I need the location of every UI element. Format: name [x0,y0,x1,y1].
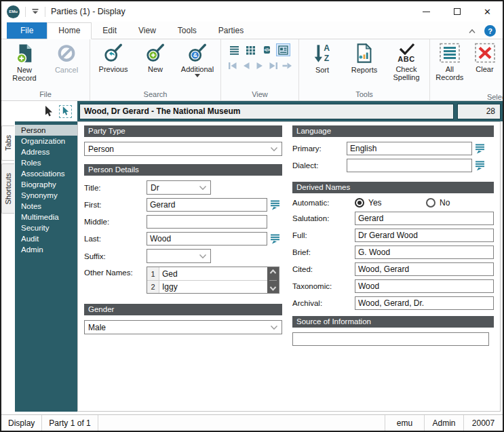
close-button[interactable]: ✕ [472,1,503,22]
party-type-dropdown[interactable]: Person [84,142,282,156]
status-user: emu [385,415,424,431]
lookup-list-icon[interactable] [271,234,281,244]
view-detail-button[interactable] [276,43,290,56]
taxonomic-name-label: Taxonomic: [292,282,355,290]
new-search-button[interactable]: New [134,41,176,73]
sidebar-item-address[interactable]: Address [15,146,77,157]
source-of-information-input[interactable] [292,332,489,346]
tab-home[interactable]: Home [47,22,92,39]
sidebar-item-biography[interactable]: Biography [15,179,77,190]
status-record-position: Party 1 of 1 [42,415,98,431]
tab-edit[interactable]: Edit [92,23,128,39]
primary-language-label: Primary: [292,144,347,153]
maximize-button[interactable] [442,1,472,22]
taxonomic-name-input[interactable] [355,279,494,293]
nav-last-button[interactable] [268,61,279,71]
tab-view[interactable]: View [128,23,167,39]
ribbon-tab-row: File Home Edit View Tools Parties ? [1,22,503,39]
group-label-tools: Tools [301,90,427,100]
minimize-button[interactable] [411,1,442,22]
check-spelling-button[interactable]: ABC Check Spelling [385,41,427,81]
last-name-input[interactable] [147,232,267,246]
record-count: 28 [457,104,501,119]
side-tab-tabs[interactable]: Tabs [1,125,14,161]
ribbon-group-view: </> [220,39,298,100]
other-names-row[interactable]: 2 Iggy [147,280,267,293]
clear-selection-button[interactable]: Clear [467,41,503,73]
nav-previous-button[interactable] [241,61,252,71]
lookup-list-icon[interactable] [476,144,486,154]
sort-button[interactable]: A Z Sort [301,41,343,74]
dialect-input[interactable] [347,159,472,172]
lookup-list-icon[interactable] [476,161,486,171]
new-search-icon [145,43,166,63]
nav-first-button[interactable] [227,61,238,71]
view-grid-button[interactable] [244,43,258,56]
sidebar-item-notes[interactable]: Notes [15,201,77,212]
side-tab-shortcuts[interactable]: Shortcuts [1,163,14,214]
ampersand-glyph: & [193,52,197,58]
archival-name-input[interactable] [355,296,494,310]
collapse-ribbon-button[interactable] [468,28,476,34]
other-names-row[interactable]: 1 Ged [147,267,267,280]
all-records-button[interactable]: All Records [432,41,467,81]
title-dropdown[interactable]: Dr [147,180,211,195]
sort-a-glyph: A [324,43,330,53]
brief-name-input[interactable] [355,246,494,259]
radio-no[interactable] [426,198,435,208]
full-name-input[interactable] [355,229,494,242]
scroll-up-icon[interactable] [269,269,277,275]
chevron-down-icon [270,146,278,152]
titlebar-divider [45,7,45,17]
sidebar-item-roles[interactable]: Roles [15,157,77,168]
middle-name-input[interactable] [147,215,267,229]
status-mode: Display [1,415,42,431]
sidebar-item-synonymy[interactable]: Synonymy [15,190,77,201]
select-region-button[interactable] [59,105,72,118]
reports-button[interactable]: Reports [343,41,385,74]
gender-header: Gender [84,304,282,315]
dialect-label: Dialect: [292,161,347,170]
row-number: 2 [147,281,159,293]
suffix-dropdown[interactable] [147,249,211,263]
automatic-yes-option[interactable]: Yes [355,198,426,208]
additional-search-button[interactable]: & Additional [176,41,218,77]
sidebar-item-multimedia[interactable]: Multimedia [15,212,77,222]
other-names-scrollbar[interactable] [267,267,279,293]
nav-jump-button[interactable] [282,61,292,71]
quick-access-dropdown-button[interactable] [31,8,39,15]
other-names-grid[interactable]: 1 Ged 2 Iggy [147,267,279,294]
sidebar-item-admin[interactable]: Admin [15,244,77,255]
nav-next-button[interactable] [254,61,265,71]
sidebar-item-security[interactable]: Security [15,222,77,233]
sort-icon: A Z [312,43,332,64]
tab-tools[interactable]: Tools [167,23,208,39]
first-name-input[interactable] [147,198,267,212]
scroll-down-icon[interactable] [269,286,277,291]
cancel-button[interactable]: Cancel [45,41,88,74]
radio-yes[interactable] [355,198,364,208]
source-of-information-header: Source of Information [292,316,494,328]
salutation-input[interactable] [355,212,494,225]
previous-search-button[interactable]: Previous [92,41,134,73]
view-code-button[interactable]: </> [260,43,274,56]
help-button[interactable]: ? [484,25,496,37]
cited-name-input[interactable] [355,262,494,276]
select-cursor-icon[interactable] [44,106,53,117]
new-record-button[interactable]: New Record [3,41,45,82]
view-list-button[interactable] [227,43,241,56]
sidebar-item-audit[interactable]: Audit [15,233,77,244]
chevron-down-icon [270,325,278,330]
sidebar-item-associations[interactable]: Associations [15,168,77,179]
sidebar-item-person[interactable]: Person [15,125,77,136]
tab-parties[interactable]: Parties [208,23,254,39]
sidebar-item-organization[interactable]: Organization [15,136,77,146]
tab-file[interactable]: File [7,22,47,39]
primary-language-input[interactable] [347,142,472,155]
chevron-down-icon [199,254,207,259]
automatic-no-option[interactable]: No [426,198,450,208]
titlebar-divider [25,7,26,17]
lookup-list-icon[interactable] [271,200,281,210]
abc-glyph: ABC [398,55,414,63]
gender-dropdown[interactable]: Male [84,320,282,334]
